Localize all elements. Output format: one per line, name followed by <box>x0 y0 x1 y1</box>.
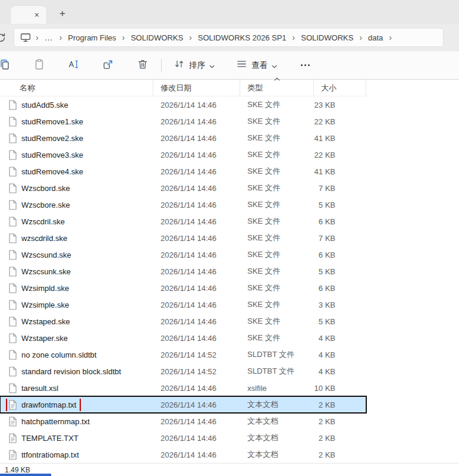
file-date: 2026/1/14 14:46 <box>153 167 240 176</box>
file-icon <box>8 383 17 393</box>
file-row[interactable]: drawfontmap.txt 2026/1/14 14:46 文本文档 2 K… <box>0 396 366 413</box>
file-row[interactable]: Wzsimple.ske 2026/1/14 14:46 SKE 文件 3 KB <box>0 296 366 313</box>
file-type: SKE 文件 <box>240 283 314 293</box>
file-row[interactable]: wzscdrild.ske 2026/1/14 14:46 SKE 文件 7 K… <box>0 230 366 246</box>
column-header-type[interactable]: 类型 <box>240 80 314 96</box>
file-row[interactable]: Wzsimpld.ske 2026/1/14 14:46 SKE 文件 6 KB <box>0 280 366 296</box>
file-name-cell[interactable]: studRemove1.ske <box>7 115 86 128</box>
file-row[interactable]: studRemove3.ske 2026/1/14 14:46 SKE 文件 2… <box>0 146 366 163</box>
file-row[interactable]: studRemove1.ske 2026/1/14 14:46 SKE 文件 2… <box>0 113 366 130</box>
file-icon <box>8 100 17 110</box>
file-name-label: Wzsimpld.ske <box>21 284 69 293</box>
chevron-down-icon <box>209 60 215 71</box>
copy-button[interactable] <box>0 55 18 76</box>
column-header-size[interactable]: 大小 <box>314 80 366 96</box>
sort-button[interactable]: 排序 <box>167 55 221 76</box>
share-icon <box>102 58 114 73</box>
explorer-tab[interactable]: × <box>11 6 46 24</box>
file-row[interactable]: Wzscdril.ske 2026/1/14 14:46 SKE 文件 6 KB <box>0 213 366 230</box>
file-name-cell[interactable]: hatchpatternmap.txt <box>7 415 93 428</box>
file-name-cell[interactable]: wzscdrild.ske <box>7 232 70 245</box>
file-name-cell[interactable]: standard revision block.sldtbt <box>7 365 124 378</box>
file-list: studAdd5.ske 2026/1/14 14:46 SKE 文件 23 K… <box>0 96 459 463</box>
breadcrumb-item[interactable]: SOLIDWORKS <box>127 32 187 44</box>
paste-button[interactable] <box>26 55 52 76</box>
file-row[interactable]: TEMPLATE.TXT 2026/1/14 14:46 文本文档 2 KB <box>0 430 366 446</box>
column-header-size-label: 大小 <box>321 83 337 93</box>
file-date: 2026/1/14 14:46 <box>153 101 240 109</box>
breadcrumb-chevron-icon: › <box>187 33 194 42</box>
file-type: SLDTBT 文件 <box>240 366 314 377</box>
file-icon <box>8 333 17 343</box>
file-name-cell[interactable]: Wzscsunk.ske <box>7 265 74 278</box>
file-row[interactable]: Wzstaper.ske 2026/1/14 14:46 SKE 文件 4 KB <box>0 330 366 346</box>
file-name-cell[interactable]: drawfontmap.txt <box>7 399 80 411</box>
file-name-label: Wzscsunk.ske <box>21 267 71 276</box>
breadcrumb-overflow-button[interactable]: … <box>41 33 57 42</box>
breadcrumb-chevron-icon: › <box>290 33 298 42</box>
file-row[interactable]: Wzscbord.ske 2026/1/14 14:46 SKE 文件 7 KB <box>0 180 366 196</box>
file-row[interactable]: Wzscsunk.ske 2026/1/14 14:46 SKE 文件 5 KB <box>0 263 366 280</box>
column-header-name[interactable]: 名称 <box>0 80 153 96</box>
file-name-cell[interactable]: Wzscdril.ske <box>7 215 68 228</box>
file-row[interactable]: taresult.xsl 2026/1/14 14:46 xslfile 10 … <box>0 380 366 396</box>
file-name-cell[interactable]: Wzscbord.ske <box>7 182 73 195</box>
breadcrumb-item[interactable]: Program Files <box>64 32 120 44</box>
file-name-cell[interactable]: TEMPLATE.TXT <box>7 432 81 444</box>
file-size: 4 KB <box>314 334 366 343</box>
file-name-cell[interactable]: studRemove3.ske <box>7 149 86 161</box>
file-date: 2026/1/14 14:46 <box>153 450 240 459</box>
file-size: 7 KB <box>314 184 366 193</box>
file-name-cell[interactable]: Wzscbore.ske <box>7 199 73 211</box>
share-button[interactable] <box>95 55 121 76</box>
column-header-type-label: 类型 <box>247 83 263 93</box>
file-row[interactable]: studAdd5.ske 2026/1/14 14:46 SKE 文件 23 K… <box>0 96 366 113</box>
file-row[interactable]: Wzstaped.ske 2026/1/14 14:46 SKE 文件 5 KB <box>0 313 366 330</box>
file-name-cell[interactable]: taresult.xsl <box>7 382 61 394</box>
file-name-cell[interactable]: studRemove4.ske <box>7 165 86 178</box>
this-pc-icon[interactable] <box>20 33 31 42</box>
file-row[interactable]: Wzscbore.ske 2026/1/14 14:46 SKE 文件 5 KB <box>0 196 366 213</box>
file-date: 2026/1/14 14:46 <box>153 117 240 126</box>
file-name-cell[interactable]: Wzsimple.ske <box>7 299 72 311</box>
file-name-cell[interactable]: Wzstaped.ske <box>7 315 73 328</box>
file-name-cell[interactable]: Wzsimpld.ske <box>7 282 72 295</box>
file-icon <box>8 450 17 460</box>
file-name-cell[interactable]: Wzstaper.ske <box>7 332 71 345</box>
file-icon <box>8 267 17 277</box>
view-button[interactable]: 查看 <box>230 55 284 76</box>
file-row[interactable]: studRemove2.ske 2026/1/14 14:46 SKE 文件 4… <box>0 130 366 146</box>
breadcrumb-item[interactable]: SOLIDWORKS 2026 SP1 <box>194 32 290 44</box>
address-field[interactable]: › … › Program Files›SOLIDWORKS›SOLIDWORK… <box>14 28 444 47</box>
column-header-date-modified[interactable]: 修改日期 <box>153 80 240 96</box>
column-header-row: 名称 修改日期 类型 大小 <box>0 80 459 96</box>
file-row[interactable]: standard revision block.sldtbt 2026/1/14… <box>0 363 366 380</box>
breadcrumb-item[interactable]: data <box>364 32 386 44</box>
new-tab-button[interactable]: + <box>56 8 69 20</box>
file-row[interactable]: hatchpatternmap.txt 2026/1/14 14:46 文本文档… <box>0 413 366 430</box>
file-name-label: studRemove4.ske <box>21 167 83 176</box>
file-name-cell[interactable]: studAdd5.ske <box>7 99 71 111</box>
file-size: 6 KB <box>314 250 366 259</box>
file-name-cell[interactable]: no zone column.sldtbt <box>7 349 99 361</box>
file-date: 2026/1/14 14:46 <box>153 434 240 443</box>
breadcrumb-chevron-icon: › <box>33 33 41 42</box>
paste-icon <box>33 58 45 73</box>
file-date: 2026/1/14 14:46 <box>153 284 240 293</box>
sort-icon <box>174 58 185 72</box>
file-name-cell[interactable]: Wzscsund.ske <box>7 249 74 261</box>
rename-icon <box>68 58 80 73</box>
refresh-icon[interactable] <box>0 33 10 43</box>
more-options-button[interactable] <box>292 55 318 76</box>
view-label: 查看 <box>251 60 268 71</box>
file-row[interactable]: no zone column.sldtbt 2026/1/14 14:52 SL… <box>0 346 366 363</box>
file-name-cell[interactable]: studRemove2.ske <box>7 132 86 145</box>
file-name-cell[interactable]: ttfontratiomap.txt <box>7 449 82 461</box>
file-row[interactable]: studRemove4.ske 2026/1/14 14:46 SKE 文件 4… <box>0 163 366 180</box>
breadcrumb-item[interactable]: SOLIDWORKS <box>297 32 357 44</box>
rename-button[interactable] <box>61 55 87 76</box>
file-row[interactable]: ttfontratiomap.txt 2026/1/14 14:46 文本文档 … <box>0 446 366 463</box>
file-row[interactable]: Wzscsund.ske 2026/1/14 14:46 SKE 文件 6 KB <box>0 246 366 263</box>
delete-button[interactable] <box>130 55 156 76</box>
close-tab-icon[interactable]: × <box>32 10 42 20</box>
